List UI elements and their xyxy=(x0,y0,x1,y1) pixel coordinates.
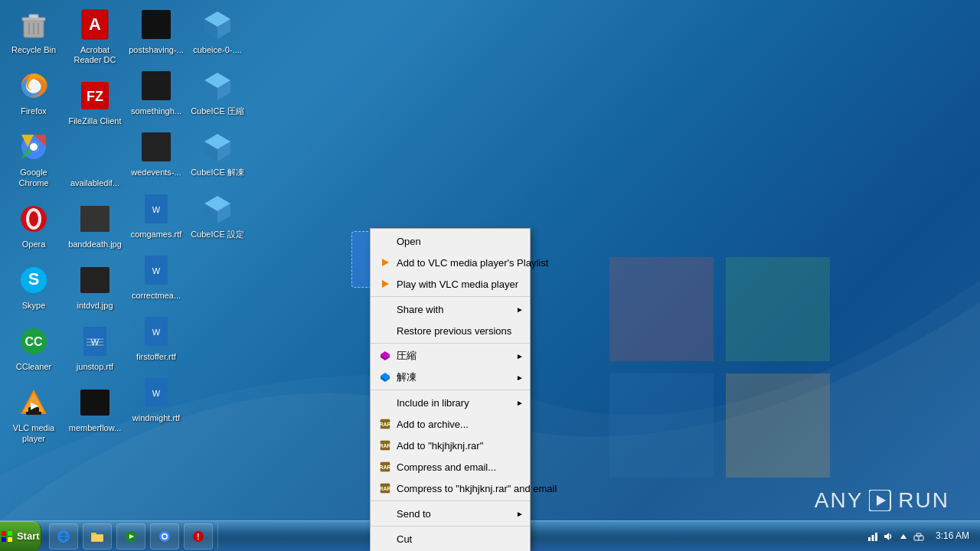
desktop-icon-something[interactable]: somethingh... xyxy=(126,64,187,119)
taskbar-clock[interactable]: 3:16 AM xyxy=(929,530,975,543)
desktop-icon-firstoffer[interactable]: W firstoffer.rtf xyxy=(126,310,187,365)
desktop-icon-cubeice0[interactable]: cubeice-0-.... xyxy=(187,3,248,58)
context-menu-cut[interactable]: Cut xyxy=(371,528,530,549)
windows-start-icon xyxy=(1,530,13,543)
postshaving-icon xyxy=(138,6,175,43)
svg-rect-23 xyxy=(26,412,41,415)
desktop-icon-chrome[interactable]: Google Chrome xyxy=(3,126,64,191)
svg-text:RAR: RAR xyxy=(379,465,390,470)
desktop-icon-filezilla[interactable]: FZ FileZilla Client xyxy=(64,74,126,129)
cubeice-settings-label: CubeICE 設定 xyxy=(191,230,244,240)
desktop-icon-banddeath[interactable]: banddeath.jpg xyxy=(64,197,126,253)
taskbar-folder[interactable] xyxy=(83,523,112,549)
desktop-icon-opera[interactable]: Opera xyxy=(3,197,64,253)
context-menu-share-with[interactable]: Share with ► xyxy=(371,298,530,320)
taskbar-media[interactable] xyxy=(116,523,145,549)
desktop-icon-vlc[interactable]: ▶ VLC media player xyxy=(3,381,64,446)
svg-point-11 xyxy=(30,143,38,151)
filezilla-icon: FZ xyxy=(77,77,113,114)
context-menu-open[interactable]: Open xyxy=(371,230,530,252)
context-menu-compress-email[interactable]: RAR Compress and email... xyxy=(371,456,530,478)
cubeice-settings-icon xyxy=(199,191,236,227)
media-icon xyxy=(123,529,139,544)
filezilla-label: FileZilla Client xyxy=(68,116,121,126)
context-menu-compress-rar-email[interactable]: RAR Compress to "hkjhjknj.rar" and email xyxy=(371,478,530,499)
taskbar-chrome[interactable] xyxy=(150,523,179,549)
availabledif-icon xyxy=(77,139,113,176)
svg-marker-110 xyxy=(884,533,889,540)
desktop-icon-intdvd[interactable]: intdvd.jpg xyxy=(64,259,126,314)
desktop-icon-cubeice-settings[interactable]: CubeICE 設定 xyxy=(187,187,248,243)
taskbar-security[interactable]: ! xyxy=(184,523,213,549)
ccleaner-label: CCleaner xyxy=(16,362,51,372)
desktop-icon-availabledif[interactable]: availabledif... xyxy=(64,136,126,191)
start-button[interactable]: Start xyxy=(0,521,41,552)
vlc-play-label: Play with VLC media player xyxy=(397,279,518,290)
vlc-icon: ▶ xyxy=(15,384,52,421)
vlc-playlist-icon xyxy=(378,256,392,269)
separator-3 xyxy=(371,390,530,390)
desktop-icon-junstop[interactable]: W junstop.rtf xyxy=(64,320,126,375)
context-menu-include-library[interactable]: Include in library ► xyxy=(371,392,530,413)
junstop-label: junstop.rtf xyxy=(77,362,113,372)
tray-volume-icon[interactable] xyxy=(882,530,894,543)
decompress-arrow: ► xyxy=(516,373,524,382)
desktop-icon-postshaving[interactable]: postshaving-... xyxy=(126,3,187,58)
desktop-icon-cubeice-compress[interactable]: CubeICE 圧縮 xyxy=(187,64,248,119)
desktop-icon-wedevents[interactable]: wedevents-... xyxy=(126,126,187,181)
decompress-icon xyxy=(378,370,392,384)
desktop-icon-skype[interactable]: S Skype xyxy=(3,259,64,314)
desktop-icon-cubeice-extract[interactable]: CubeICE 解凍 xyxy=(187,126,248,181)
desktop-icon-acrobat[interactable]: A Acrobat Reader DC xyxy=(64,3,126,68)
svg-rect-40 xyxy=(142,71,171,100)
context-menu-decompress[interactable]: 解凍 ► xyxy=(371,367,530,388)
add-rar-label: Add to "hkjhjknj.rar" xyxy=(397,440,483,452)
context-menu-add-rar[interactable]: RAR Add to "hkjhjknj.rar" xyxy=(371,435,530,456)
svg-rect-39 xyxy=(142,10,171,39)
windmight-label: windmight.rtf xyxy=(132,413,180,423)
correctmea-label: correctmea... xyxy=(132,291,181,301)
recycle-bin-icon xyxy=(15,6,52,43)
cut-icon xyxy=(378,532,392,546)
junstop-icon: W xyxy=(77,323,113,360)
svg-rect-90 xyxy=(2,537,6,542)
context-menu-send-to[interactable]: Send to ► xyxy=(371,503,530,524)
security-icon: ! xyxy=(191,529,206,544)
cubeice-extract-label: CubeICE 解凍 xyxy=(191,168,244,178)
desktop-icon-comgames[interactable]: W comgames.rtf xyxy=(126,187,187,243)
svg-rect-91 xyxy=(8,537,12,542)
desktop-icon-correctmea[interactable]: W correctmea... xyxy=(126,249,187,304)
desktop-icon-memberflow[interactable]: memberflow... xyxy=(64,381,126,436)
context-menu-add-archive[interactable]: RAR Add to archive... xyxy=(371,413,530,435)
acrobat-icon: A xyxy=(77,6,113,43)
compress-icon xyxy=(378,349,392,363)
svg-text:RAR: RAR xyxy=(379,486,390,491)
tray-network-icon[interactable] xyxy=(867,530,879,543)
svg-text:S: S xyxy=(28,269,40,289)
share-with-label: Share with xyxy=(397,304,443,315)
include-library-label: Include in library xyxy=(397,397,469,409)
postshaving-label: postshaving-... xyxy=(129,45,184,55)
taskbar-ie[interactable] xyxy=(49,523,78,549)
desktop-icon-ccleaner[interactable]: CC CCleaner xyxy=(3,320,64,375)
svg-text:W: W xyxy=(152,205,161,214)
desktop-icon-recycle-bin[interactable]: Recycle Bin xyxy=(3,3,64,58)
separator-1 xyxy=(371,296,530,297)
svg-marker-87 xyxy=(877,495,886,506)
compress-rar-email-label: Compress to "hkjhjknj.rar" and email xyxy=(397,483,557,494)
windmight-icon: W xyxy=(138,374,175,411)
svg-rect-41 xyxy=(142,132,171,161)
desktop: Recycle Bin Firefox xyxy=(0,0,980,551)
context-menu-compress[interactable]: 圧縮 ► xyxy=(371,345,530,367)
context-menu-vlc-play[interactable]: Play with VLC media player xyxy=(371,273,530,295)
add-archive-icon: RAR xyxy=(378,417,392,431)
tray-arrow-icon[interactable] xyxy=(897,530,910,543)
tray-network2-icon[interactable] xyxy=(913,530,925,543)
desktop-icon-windmight[interactable]: W windmight.rtf xyxy=(126,371,187,426)
context-menu-vlc-playlist[interactable]: Add to VLC media player's Playlist xyxy=(371,252,530,273)
decompress-label: 解凍 xyxy=(397,370,416,384)
context-menu: Open Add to VLC media player's Playlist … xyxy=(370,228,531,551)
desktop-icon-firefox[interactable]: Firefox xyxy=(3,64,64,119)
chrome-icon xyxy=(15,129,52,165)
context-menu-restore-versions[interactable]: Restore previous versions xyxy=(371,320,530,341)
